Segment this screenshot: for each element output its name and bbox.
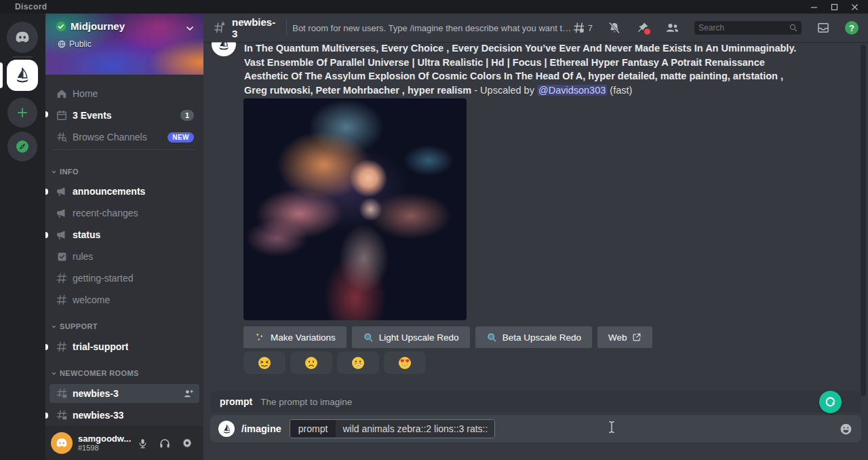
message-button-row: Make Variations Light Upscale Redo Beta …	[243, 326, 652, 348]
channel-sidebar: Midjourney Public Home 3 Events 1 Browse…	[45, 14, 203, 460]
sidebar-item-home[interactable]: Home	[50, 84, 199, 103]
window-minimize-button[interactable]	[808, 2, 819, 12]
sidebar-divider	[52, 149, 197, 150]
notifications-muted-button[interactable]	[608, 21, 621, 35]
inbox-button[interactable]	[816, 21, 830, 35]
user-info[interactable]: samgoodw... #1598	[78, 434, 131, 452]
heart-eyes-face-icon	[398, 356, 412, 370]
button-label: Beta Upscale Redo	[502, 332, 581, 343]
help-button[interactable]: ?	[845, 21, 859, 35]
channel-item-rules[interactable]: rules	[50, 247, 199, 266]
command-option-description: The prompt to imagine	[260, 397, 352, 407]
search-input[interactable]	[694, 21, 802, 35]
header-divider	[286, 20, 287, 35]
globe-icon	[58, 40, 66, 48]
channel-topic[interactable]: Bot room for new users. Type /imagine th…	[292, 23, 572, 33]
channel-item-newbies-3[interactable]: newbies-3	[50, 384, 199, 403]
section-header-newcomer-rooms[interactable]: NEWCOMER ROOMS	[51, 368, 139, 379]
sidebar-item-label: Home	[73, 88, 98, 99]
sidebar-item-label: Browse Channels	[73, 132, 147, 142]
make-variations-button[interactable]: Make Variations	[243, 326, 347, 348]
channel-item-recent-changes[interactable]: recent-changes	[50, 204, 199, 223]
reaction-frowning-face[interactable]	[290, 351, 332, 374]
section-header-support[interactable]: SUPPORT	[51, 321, 98, 332]
invite-people-icon[interactable]	[183, 388, 194, 399]
channel-name: rules	[73, 251, 93, 262]
command-hint-bar[interactable]: prompt The prompt to imagine	[210, 391, 861, 413]
section-header-info[interactable]: INFO	[51, 166, 79, 177]
reaction-row	[243, 351, 426, 374]
channel-name: announcements	[73, 186, 145, 197]
channel-name: welcome	[73, 294, 110, 305]
new-badge: NEW	[167, 132, 194, 142]
threads-icon	[572, 21, 586, 35]
channel-name: getting-started	[73, 273, 134, 284]
command-option-chip[interactable]: prompt wild animals zebra::2 lions::3 ra…	[290, 419, 496, 438]
channel-item-status[interactable]: status	[50, 225, 199, 244]
light-upscale-redo-button[interactable]: Light Upscale Redo	[352, 326, 470, 348]
server-visibility-label: Public	[69, 39, 92, 49]
chevron-down-icon[interactable]	[184, 23, 195, 34]
headphones-icon[interactable]	[158, 436, 172, 450]
slash-command: /imagine	[241, 423, 281, 434]
megaphone-icon	[54, 229, 69, 241]
explore-servers-button[interactable]	[7, 132, 37, 161]
sidebar-item-browse-channels[interactable]: Browse Channels NEW	[50, 128, 199, 147]
reaction-heart-eyes-face[interactable]	[384, 351, 426, 374]
sparkle-wand-icon	[254, 332, 265, 343]
grammarly-button[interactable]	[819, 391, 842, 413]
section-title: NEWCOMER ROOMS	[60, 369, 139, 377]
option-value-input[interactable]: wild animals zebra::2 lions::3 rats::	[336, 420, 494, 438]
web-button[interactable]: Web	[597, 326, 653, 348]
settings-gear-icon[interactable]	[180, 436, 194, 450]
selected-server-pill	[0, 62, 3, 88]
channel-name: status	[73, 229, 100, 240]
channel-name: trial-support	[73, 341, 128, 352]
user-mention[interactable]: @Davidson303	[537, 85, 607, 96]
home-button[interactable]	[7, 22, 38, 53]
channel-item-announcements[interactable]: announcements	[50, 182, 199, 201]
message-composer[interactable]: /imagine prompt wild animals zebra::2 li…	[210, 415, 861, 442]
pinned-messages-button[interactable]	[636, 21, 650, 35]
sidebar-item-events[interactable]: 3 Events 1	[50, 106, 199, 125]
microphone-icon[interactable]	[136, 436, 149, 450]
channel-name: newbies-3	[73, 388, 119, 399]
rail-separator	[12, 56, 33, 58]
button-label: Web	[608, 332, 627, 343]
option-key: prompt	[290, 420, 336, 438]
add-server-button[interactable]	[7, 98, 37, 128]
hash-icon	[54, 272, 69, 284]
server-icon-midjourney[interactable]	[7, 60, 38, 91]
channel-name: recent-changes	[73, 208, 138, 218]
channel-item-getting-started[interactable]: getting-started	[50, 269, 199, 288]
verified-badge-icon	[56, 21, 66, 32]
emoji-picker-icon[interactable]	[838, 421, 853, 436]
beta-upscale-redo-button[interactable]: Beta Upscale Redo	[475, 326, 592, 348]
bell-slash-icon	[608, 21, 621, 35]
search-box[interactable]	[694, 21, 802, 35]
reaction-grinning-face[interactable]	[337, 351, 379, 374]
channel-item-newbies-33[interactable]: newbies-33	[50, 406, 199, 425]
unread-pill	[45, 344, 48, 350]
button-label: Make Variations	[271, 332, 336, 343]
reaction-confounded-face[interactable]	[243, 351, 285, 374]
chat-scrollbar[interactable]	[861, 45, 866, 396]
member-list-button[interactable]	[665, 21, 679, 35]
unread-pill	[45, 111, 48, 117]
message-upscaled-suffix: (fast)	[607, 85, 632, 96]
channel-item-welcome[interactable]: welcome	[50, 290, 199, 309]
user-avatar[interactable]	[51, 432, 73, 454]
channel-item-trial-support[interactable]: trial-support	[50, 337, 199, 356]
generated-image[interactable]	[243, 98, 467, 320]
question-mark-icon: ?	[849, 23, 854, 33]
frowning-face-icon	[304, 356, 318, 370]
magnifier-icon	[486, 332, 497, 343]
magnifier-icon	[363, 332, 374, 343]
window-close-button[interactable]	[849, 2, 860, 12]
window-maximize-button[interactable]	[829, 2, 840, 12]
user-bar: samgoodw... #1598	[45, 426, 203, 460]
server-header[interactable]: Midjourney	[56, 20, 125, 32]
sidebar-item-label: 3 Events	[73, 110, 112, 121]
user-tag: #1598	[78, 444, 131, 452]
threads-button[interactable]: 7	[572, 21, 593, 35]
